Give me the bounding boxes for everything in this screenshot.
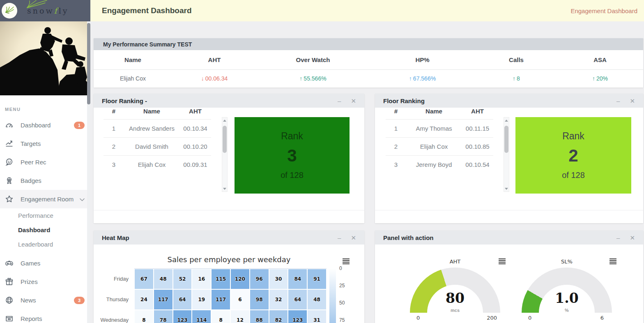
heatmap-cell[interactable]: 123 bbox=[288, 310, 307, 323]
sidebar-item-label: Games bbox=[21, 260, 85, 267]
dashboard-badge: 1 bbox=[74, 122, 85, 129]
heatmap-color-legend bbox=[329, 268, 336, 323]
close-button[interactable]: ✕ bbox=[630, 98, 635, 104]
panel-title: Heat Map bbox=[102, 234, 328, 241]
heatmap-cell[interactable]: 67 bbox=[134, 269, 154, 289]
sidebar-item-badges[interactable]: Badges bbox=[0, 171, 90, 190]
chart-menu-icon[interactable] bbox=[343, 258, 350, 265]
sidebar-item-peer-rec[interactable]: Peer Rec bbox=[0, 153, 90, 171]
heatmap-cell[interactable]: 98 bbox=[250, 289, 269, 310]
heatmap-cell[interactable]: 91 bbox=[307, 269, 327, 289]
news-badge: 3 bbox=[74, 297, 85, 304]
column-header: Name bbox=[94, 56, 172, 63]
sidebar-subitem-performance[interactable]: Performance bbox=[0, 208, 90, 223]
heatmap-cell[interactable]: 48 bbox=[154, 269, 173, 289]
heatmap-cell[interactable]: 115 bbox=[211, 269, 230, 289]
table-scrollbar[interactable] bbox=[222, 117, 228, 192]
employee-name: Elijah Cox bbox=[94, 75, 172, 82]
chart-menu-icon[interactable] bbox=[499, 258, 506, 265]
gift-icon bbox=[5, 277, 15, 286]
rank-label: Rank bbox=[281, 131, 303, 142]
scrollbar-thumb[interactable] bbox=[223, 126, 227, 153]
sidebar-item-targets[interactable]: Targets bbox=[0, 134, 90, 153]
scroll-down-button[interactable] bbox=[222, 186, 227, 191]
scroll-up-button[interactable] bbox=[222, 118, 227, 123]
close-button[interactable]: ✕ bbox=[351, 235, 356, 241]
heatmap-cell[interactable]: 82 bbox=[269, 310, 288, 323]
sidebar-item-engagement-room[interactable]: Engagement Room bbox=[0, 190, 90, 208]
heatmap-cell[interactable]: 96 bbox=[250, 269, 269, 289]
summary-table-header: Name AHT Over Watch HP% Calls ASA bbox=[94, 50, 643, 70]
down-arrow-icon: ↓ bbox=[201, 75, 204, 82]
summary-table-row: Elijah Cox ↓00.06.34 ↑55.566% ↑67.566% ↑… bbox=[94, 70, 643, 87]
sidebar-subitem-dashboard[interactable]: Dashboard bbox=[0, 223, 90, 237]
heatmap-cell[interactable]: 48 bbox=[307, 289, 327, 310]
heatmap-cell[interactable]: 16 bbox=[192, 269, 211, 289]
up-arrow-icon: ↑ bbox=[592, 75, 595, 82]
rank-value: 3 bbox=[287, 146, 297, 166]
snowfly-wordmark: snowfly bbox=[27, 6, 69, 15]
scroll-down-button[interactable] bbox=[504, 186, 509, 191]
heatmap-cell[interactable]: 114 bbox=[192, 310, 211, 323]
panel-footer-divider bbox=[375, 210, 643, 210]
snowfly-logo-icon[interactable] bbox=[2, 3, 17, 18]
ranking-row: 1Amy Thomas00.11.15 bbox=[386, 119, 493, 137]
heat-map-panel: Heat Map – ✕ Sales per employee per week… bbox=[94, 231, 364, 323]
gauge-max-label: 200 bbox=[487, 315, 497, 321]
sidebar-item-dashboard[interactable]: Dashboard 1 bbox=[0, 116, 90, 134]
heatmap-cell[interactable]: 64 bbox=[173, 289, 192, 310]
heatmap-cell[interactable]: 31 bbox=[307, 310, 327, 323]
heatmap-cell[interactable]: 123 bbox=[173, 310, 192, 323]
aht-gauge: 80 mcs 0 200 bbox=[410, 268, 500, 313]
hp-value: ↑67.566% bbox=[369, 75, 476, 82]
heatmap-row-label: Wednesday bbox=[96, 317, 129, 323]
heatmap-cell[interactable]: 52 bbox=[173, 269, 192, 289]
sidebar-item-label: News bbox=[21, 297, 74, 304]
close-button[interactable]: ✕ bbox=[351, 98, 356, 104]
table-scrollbar[interactable] bbox=[504, 117, 509, 192]
sidebar-item-games[interactable]: Games bbox=[0, 254, 90, 272]
breadcrumb[interactable]: Engagement Dashboard bbox=[570, 7, 637, 14]
heatmap-cell[interactable]: 117 bbox=[154, 289, 173, 310]
heatmap-cell[interactable]: 8 bbox=[134, 310, 154, 323]
rank-box: Rank 3 of 128 bbox=[235, 117, 350, 194]
heatmap-cell[interactable]: 84 bbox=[288, 269, 307, 289]
ranking-row: 2Elijah Cox00.10.85 bbox=[386, 137, 493, 155]
heatmap-cell[interactable]: 64 bbox=[288, 289, 307, 310]
chevron-down-icon bbox=[80, 196, 85, 203]
scroll-up-button[interactable] bbox=[504, 118, 509, 123]
gauge-title-aht: AHT bbox=[414, 258, 496, 265]
heatmap-cell[interactable]: 88 bbox=[250, 310, 269, 323]
heatmap-cell[interactable]: 24 bbox=[134, 289, 154, 310]
gauge-unit: mcs bbox=[410, 308, 500, 313]
scrollbar-thumb[interactable] bbox=[504, 126, 508, 153]
heatmap-cell[interactable]: 12 bbox=[230, 310, 250, 323]
minimize-button[interactable]: – bbox=[616, 235, 620, 241]
heatmap-cell[interactable]: 19 bbox=[192, 289, 211, 310]
heatmap-cell[interactable]: 6 bbox=[230, 289, 250, 310]
sidebar-item-prizes[interactable]: Prizes bbox=[0, 272, 90, 291]
heatmap-cell[interactable]: 8 bbox=[211, 310, 230, 323]
sidebar-item-reports[interactable]: Reports bbox=[0, 309, 90, 323]
heatmap-cell[interactable]: 30 bbox=[269, 269, 288, 289]
fly-icon bbox=[24, 0, 48, 9]
chart-menu-icon[interactable] bbox=[610, 258, 616, 265]
sidebar-logo-bar: snowfly bbox=[0, 0, 90, 21]
summary-panel-title: My Performance Summary TEST bbox=[94, 38, 643, 50]
minimize-button[interactable]: – bbox=[338, 98, 341, 104]
heatmap-cell[interactable]: 78 bbox=[154, 310, 173, 323]
minimize-button[interactable]: – bbox=[616, 98, 620, 104]
asa-value: ↑20% bbox=[557, 75, 643, 82]
sidebar-item-label: Engagement Room bbox=[21, 196, 80, 203]
heatmap-cell[interactable]: 117 bbox=[211, 289, 230, 310]
up-arrow-icon: ↑ bbox=[513, 75, 515, 82]
sidebar-scrollbar-thumb[interactable] bbox=[87, 23, 90, 104]
close-button[interactable]: ✕ bbox=[630, 235, 635, 241]
minimize-button[interactable]: – bbox=[338, 235, 341, 241]
sidebar-subitem-leaderboard[interactable]: Leaderboard bbox=[0, 237, 90, 251]
heatmap-cell[interactable]: 32 bbox=[269, 289, 288, 310]
sidebar-item-news[interactable]: News 3 bbox=[0, 291, 90, 309]
rank-box: Rank 2 of 128 bbox=[515, 117, 631, 194]
calls-value: ↑8 bbox=[476, 75, 557, 82]
heatmap-cell[interactable]: 120 bbox=[230, 269, 250, 289]
